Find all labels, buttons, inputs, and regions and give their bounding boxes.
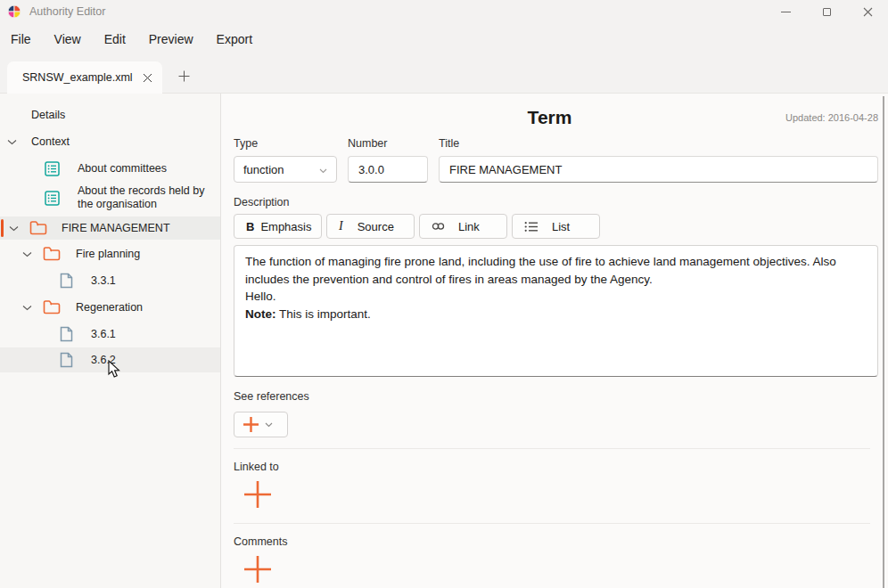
minimize-icon bbox=[781, 12, 791, 12]
see-references-label: See references bbox=[234, 390, 878, 403]
bold-icon: B bbox=[246, 220, 254, 233]
app-logo-icon bbox=[7, 4, 21, 19]
section-divider bbox=[234, 448, 870, 449]
tab-strip: SRNSW_example.xml bbox=[0, 55, 888, 94]
notes-icon bbox=[45, 191, 60, 206]
list-icon bbox=[524, 221, 539, 233]
tree-item-fire-planning[interactable]: Fire planning bbox=[0, 241, 220, 267]
description-line2: Hello. bbox=[245, 288, 867, 306]
close-button[interactable] bbox=[847, 0, 888, 23]
tree-item-about-committees[interactable]: About committees bbox=[0, 155, 220, 182]
tab-label: SRNSW_example.xml bbox=[22, 71, 137, 84]
tree-item-3-6-1[interactable]: 3.6.1 bbox=[0, 321, 220, 347]
document-icon bbox=[60, 273, 73, 289]
title-label: Title bbox=[439, 137, 878, 150]
description-label: Description bbox=[234, 196, 878, 208]
updated-timestamp: Updated: 2016-04-28 bbox=[785, 112, 878, 123]
app-title: Authority Editor bbox=[29, 5, 105, 18]
menu-export[interactable]: Export bbox=[217, 32, 252, 46]
term-editor-panel: Term Updated: 2016-04-28 Type function N… bbox=[221, 94, 888, 588]
tab-srnsw-example[interactable]: SRNSW_example.xml bbox=[7, 61, 162, 94]
selection-accent-bar bbox=[1, 219, 4, 237]
add-linked-button[interactable] bbox=[243, 479, 273, 510]
menu-file[interactable]: File bbox=[11, 32, 31, 46]
document-icon bbox=[60, 352, 73, 368]
number-input[interactable]: 3.0.0 bbox=[348, 156, 428, 183]
type-label: Type bbox=[234, 137, 337, 150]
tree-item-regeneration[interactable]: Regeneration bbox=[0, 294, 220, 321]
tree-item-details[interactable]: Details bbox=[0, 102, 220, 128]
chevron-down-icon bbox=[319, 163, 327, 176]
chevron-down-icon[interactable] bbox=[9, 225, 19, 232]
add-comment-button[interactable] bbox=[243, 554, 273, 584]
close-icon bbox=[863, 7, 873, 17]
source-button[interactable]: I Source bbox=[326, 214, 415, 239]
menu-edit[interactable]: Edit bbox=[104, 32, 126, 46]
comments-label: Comments bbox=[234, 535, 878, 548]
tree-item-fire-management[interactable]: FIRE MANAGEMENT bbox=[0, 216, 220, 240]
description-paragraph: The function of managing fire prone land… bbox=[245, 253, 867, 288]
description-editor[interactable]: The function of managing fire prone land… bbox=[234, 245, 878, 377]
menu-bar: File View Edit Preview Export bbox=[0, 23, 888, 55]
title-bar: Authority Editor bbox=[0, 0, 888, 23]
type-select[interactable]: function bbox=[234, 156, 337, 183]
chevron-down-icon[interactable] bbox=[7, 139, 17, 145]
title-input[interactable]: FIRE MANAGEMENT bbox=[439, 156, 878, 183]
description-note: Note: This is important. bbox=[245, 306, 867, 323]
folder-icon bbox=[29, 221, 47, 235]
menu-preview[interactable]: Preview bbox=[149, 32, 193, 46]
menu-view[interactable]: View bbox=[54, 32, 81, 46]
section-divider bbox=[234, 523, 870, 524]
plus-icon bbox=[178, 70, 190, 82]
folder-icon bbox=[43, 300, 61, 314]
chevron-down-icon[interactable] bbox=[22, 305, 32, 311]
link-icon bbox=[432, 222, 445, 231]
tab-close-button[interactable] bbox=[137, 68, 157, 87]
chevron-down-icon bbox=[265, 422, 273, 428]
tree-item-3-3-1[interactable]: 3.3.1 bbox=[0, 267, 220, 294]
tree-item-context[interactable]: Context bbox=[0, 128, 220, 155]
link-button[interactable]: Link bbox=[419, 214, 507, 239]
notes-icon bbox=[45, 161, 60, 176]
number-label: Number bbox=[348, 137, 428, 150]
folder-icon bbox=[43, 247, 61, 261]
chevron-down-icon[interactable] bbox=[22, 251, 32, 257]
vertical-scrollbar[interactable] bbox=[883, 96, 884, 588]
linked-to-label: Linked to bbox=[234, 461, 878, 473]
plus-icon bbox=[243, 416, 259, 433]
maximize-icon bbox=[823, 8, 831, 16]
sidebar-tree: Details Context About committees bbox=[0, 94, 221, 588]
close-icon bbox=[143, 73, 152, 83]
minimize-button[interactable] bbox=[765, 0, 806, 23]
description-toolbar: B Emphasis I Source Link bbox=[234, 214, 878, 239]
maximize-button[interactable] bbox=[806, 0, 847, 23]
list-button[interactable]: List bbox=[512, 214, 600, 239]
add-reference-button[interactable] bbox=[234, 412, 288, 437]
tree-item-3-6-2[interactable]: 3.6.2 bbox=[0, 347, 220, 372]
italic-icon: I bbox=[339, 219, 343, 233]
document-icon bbox=[60, 326, 73, 342]
new-tab-button[interactable] bbox=[173, 65, 194, 86]
tree-item-about-records[interactable]: About the records held by the organisati… bbox=[0, 182, 220, 214]
emphasis-button[interactable]: B Emphasis bbox=[234, 214, 322, 239]
page-title: Term bbox=[234, 107, 785, 128]
